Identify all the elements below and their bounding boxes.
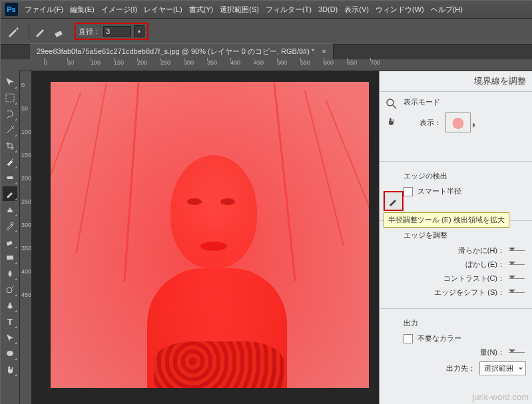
menu-layer[interactable]: レイヤー(L): [144, 5, 182, 15]
feather-slider[interactable]: [509, 262, 526, 268]
view-mode-label: 表示モード: [403, 97, 526, 107]
eraser-tool-icon[interactable]: [3, 234, 17, 249]
history-brush-tool-icon[interactable]: [3, 218, 17, 233]
shape-tool-icon[interactable]: [3, 346, 17, 361]
close-icon[interactable]: ×: [322, 47, 326, 55]
ruler-vertical[interactable]: 0 50 100 150 200 250 300 350 400 450: [20, 71, 32, 404]
shift-edge-slider[interactable]: [509, 290, 526, 296]
svg-point-7: [7, 351, 13, 356]
ruler-tick: 50: [21, 105, 28, 112]
menu-file[interactable]: ファイル(F): [25, 5, 63, 15]
svg-point-6: [7, 288, 12, 293]
ruler-tick: 400: [21, 268, 31, 275]
clone-stamp-tool-icon[interactable]: [3, 202, 17, 217]
feather-label: ぼかし(E)：: [403, 260, 505, 270]
brush-preset-icon[interactable]: [6, 24, 21, 39]
ruler-tick: 400: [230, 59, 240, 66]
ruler-tick: 500: [277, 59, 287, 66]
pen-tool-icon[interactable]: [3, 298, 17, 313]
healing-brush-tool-icon[interactable]: [3, 170, 17, 185]
ruler-tick: 100: [21, 128, 31, 135]
ruler-tick: 100: [91, 59, 101, 66]
ruler-tick: 0: [21, 82, 25, 89]
smooth-slider[interactable]: [509, 248, 526, 254]
zoom-icon[interactable]: [385, 97, 398, 110]
ruler-tick: 350: [21, 245, 31, 252]
svg-rect-1: [6, 94, 14, 102]
menu-type[interactable]: 書式(Y): [189, 5, 214, 15]
ruler-tick: 50: [67, 59, 74, 66]
magic-wand-tool-icon[interactable]: [3, 122, 17, 137]
menu-edit[interactable]: 編集(E): [70, 5, 95, 15]
ruler-tick: 200: [21, 175, 31, 182]
ruler-tick: 150: [21, 152, 31, 158]
gradient-tool-icon[interactable]: [3, 250, 17, 265]
dodge-tool-icon[interactable]: [3, 282, 17, 297]
app-logo: Ps: [5, 3, 18, 16]
watermark: junk-word.com: [472, 392, 529, 402]
svg-rect-2: [7, 176, 13, 179]
decontaminate-label: 不要なカラー: [417, 334, 461, 342]
document-tab-row: 29ee83fab0fa75a5e61c271cdbeb8d7f_s.jpg @…: [1, 45, 532, 59]
hand-tool-icon[interactable]: [3, 362, 17, 377]
move-tool-icon[interactable]: [3, 75, 17, 89]
marquee-tool-icon[interactable]: [3, 91, 17, 105]
eyedropper-tool-icon[interactable]: [3, 154, 17, 169]
brush-diameter-label: 直径：: [79, 27, 101, 37]
smart-radius-label: スマート半径: [417, 187, 461, 195]
refine-erase-brush-icon[interactable]: [52, 24, 67, 39]
blur-tool-icon[interactable]: [3, 266, 17, 281]
hand-icon[interactable]: [385, 114, 398, 128]
lasso-tool-icon[interactable]: [3, 106, 17, 121]
svg-rect-5: [7, 256, 13, 260]
brush-diameter-group: 直径： ▾: [75, 23, 148, 40]
menu-bar: Ps ファイル(F) 編集(E) イメージ(I) レイヤー(L) 書式(Y) 選…: [1, 1, 532, 19]
adjust-edge-label: エッジを調整: [403, 230, 526, 240]
output-to-select[interactable]: 選択範囲: [479, 361, 526, 375]
crop-tool-icon[interactable]: [3, 138, 17, 153]
menu-help[interactable]: ヘルプ(H): [431, 5, 463, 15]
path-select-tool-icon[interactable]: [3, 330, 17, 345]
show-label: 表示：: [419, 118, 441, 128]
panel-title: 境界線を調整: [380, 71, 532, 92]
brush-diameter-dropdown[interactable]: ▾: [134, 25, 144, 37]
ruler-tick: 300: [184, 59, 194, 66]
document-tab[interactable]: 29ee83fab0fa75a5e61c271cdbeb8d7f_s.jpg @…: [30, 43, 334, 59]
refine-add-brush-icon[interactable]: [33, 24, 48, 39]
menu-3d[interactable]: 3D(D): [318, 5, 338, 13]
contrast-slider[interactable]: [509, 276, 526, 282]
shift-edge-label: エッジをシフト (S)：: [403, 288, 505, 298]
svg-rect-0: [55, 31, 63, 37]
ruler-tick: 700: [370, 59, 380, 66]
canvas-area[interactable]: 境界線を調整 表示モード 表示：: [32, 71, 532, 404]
ruler-tick: 450: [254, 59, 264, 66]
refine-radius-tool-button[interactable]: [384, 191, 403, 211]
ruler-tick: 150: [114, 59, 124, 66]
menu-select[interactable]: 選択範囲(S): [220, 5, 259, 15]
menu-view[interactable]: 表示(V): [344, 5, 369, 15]
menu-window[interactable]: ウィンドウ(W): [376, 5, 424, 15]
ruler-tick: 550: [300, 59, 310, 66]
view-mode-swatch[interactable]: [445, 112, 471, 132]
ruler-tick: 650: [347, 59, 357, 66]
brush-diameter-input[interactable]: [103, 26, 131, 37]
ruler-horizontal[interactable]: 0 50 100 150 200 250 300 350 400 450 500…: [19, 59, 532, 71]
ruler-tick: 350: [207, 59, 217, 66]
type-tool-icon[interactable]: T: [3, 314, 17, 329]
output-to-label: 出力先：: [403, 363, 475, 373]
ruler-tick: 250: [160, 59, 170, 66]
menu-filter[interactable]: フィルター(T): [266, 5, 312, 15]
edge-detection-label: エッジの検出: [403, 171, 526, 181]
menu-image[interactable]: イメージ(I): [101, 5, 137, 15]
refine-edge-panel: 境界線を調整 表示モード 表示：: [379, 71, 532, 404]
ruler-tick: 600: [324, 59, 334, 66]
brush-tool-icon[interactable]: [3, 186, 17, 201]
ruler-tick: 250: [21, 198, 31, 205]
amount-slider[interactable]: [509, 349, 526, 356]
smooth-label: 滑らかに(H)：: [403, 246, 505, 256]
amount-label: 量(N)：: [403, 347, 505, 357]
smart-radius-checkbox[interactable]: [403, 187, 413, 196]
ruler-tick: 300: [21, 222, 31, 228]
svg-point-8: [387, 99, 394, 106]
decontaminate-checkbox[interactable]: [403, 334, 413, 343]
